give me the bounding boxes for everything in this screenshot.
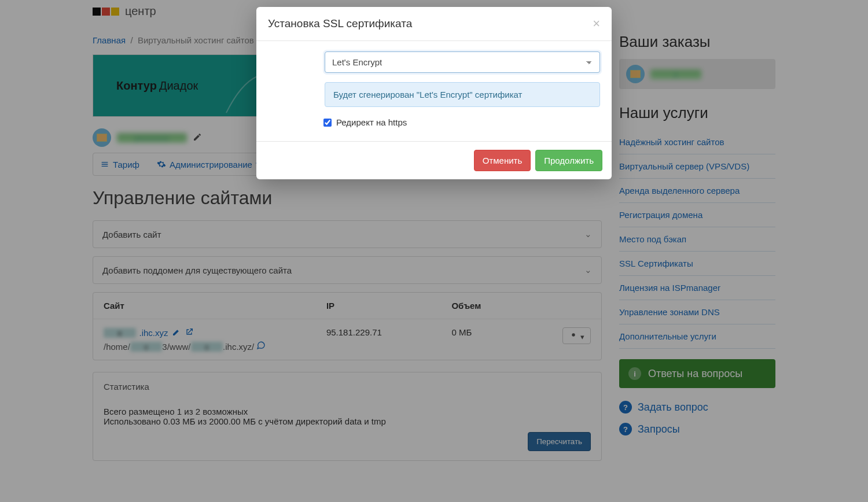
cancel-button[interactable]: Отменить — [474, 150, 531, 171]
cert-type-select[interactable]: Let's Encrypt — [325, 51, 600, 73]
https-redirect-row[interactable]: Редирект на https — [323, 117, 600, 127]
https-redirect-label: Редирект на https — [336, 117, 407, 127]
https-redirect-checkbox[interactable] — [323, 119, 332, 127]
modal-close-button[interactable]: × — [593, 17, 600, 30]
continue-button[interactable]: Продолжить — [535, 150, 602, 171]
modal-title: Установка SSL сертификата — [268, 17, 412, 30]
ssl-install-modal: Установка SSL сертификата × Let's Encryp… — [256, 7, 612, 179]
cert-info-box: Будет сгенерирован "Let's Encrypt" серти… — [325, 82, 600, 107]
